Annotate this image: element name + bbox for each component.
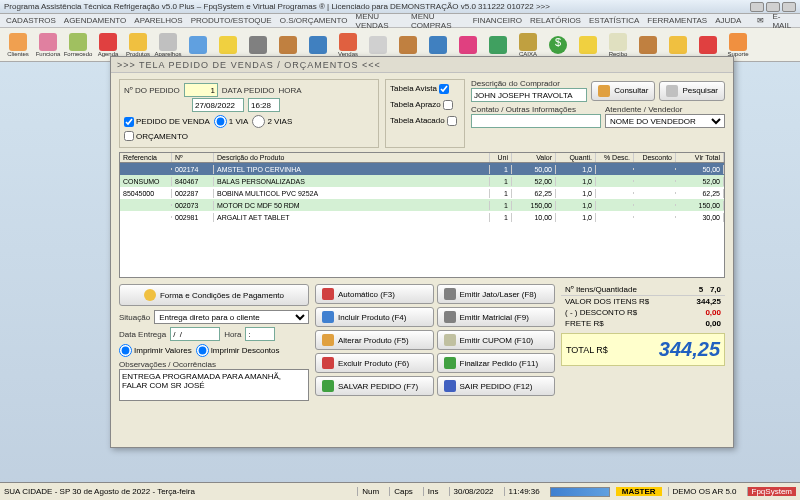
menu-item[interactable]: E-MAIL	[772, 12, 794, 30]
tb-suporte[interactable]: Suporte	[724, 30, 752, 60]
menu-item[interactable]: APARELHOS	[134, 16, 182, 25]
menu-item[interactable]: RELATÓRIOS	[530, 16, 581, 25]
tabela-atacado-check[interactable]: Tabela Atacado	[390, 116, 457, 126]
tb-btn[interactable]	[424, 30, 452, 60]
table-row[interactable]: 002981ARGALIT AET TABLET110,001,030,00	[120, 211, 724, 223]
menu-item[interactable]: MENU VENDAS	[356, 12, 403, 30]
tb-aparelhos[interactable]: Aparelhos	[154, 30, 182, 60]
tb-recibo[interactable]: Recibo	[604, 30, 632, 60]
dialog-title: >>> TELA PEDIDO DE VENDAS / ORÇAMENTOS <…	[111, 57, 733, 73]
atendente-select[interactable]: NOME DO VENDEDOR	[605, 114, 725, 128]
tb-agenda[interactable]: Agenda	[94, 30, 122, 60]
cupom-button[interactable]: Emitir CUPOM (F10)	[437, 330, 556, 350]
grid-header: ReferenciaNºDescrição do ProdutoUniValor…	[120, 153, 724, 163]
products-grid[interactable]: ReferenciaNºDescrição do ProdutoUniValor…	[119, 152, 725, 278]
menu-item[interactable]: PRODUTO/ESTOQUE	[191, 16, 272, 25]
window-title: Programa Assistência Técnica Refrigeraçã…	[4, 2, 550, 11]
data-pedido-label: DATA PEDIDO	[222, 86, 275, 95]
comprador-label: Descrição do Comprador	[471, 79, 587, 88]
matricial-button[interactable]: Emitir Matricial (F9)	[437, 307, 556, 327]
menu-item[interactable]: O.S/ORÇAMENTO	[280, 16, 348, 25]
sair-button[interactable]: SAIR PEDIDO (F12)	[437, 376, 556, 396]
comprador-input[interactable]	[471, 88, 587, 102]
tb-produtos[interactable]: Produtos	[124, 30, 152, 60]
tb-vendas[interactable]: Vendas	[334, 30, 362, 60]
excluir-button[interactable]: Excluir Produto (F6)	[315, 353, 434, 373]
incluir-button[interactable]: Incluir Produto (F4)	[315, 307, 434, 327]
tb-funciona[interactable]: Funciona	[34, 30, 62, 60]
alterar-button[interactable]: Alterar Produto (F5)	[315, 330, 434, 350]
total-display: TOTAL R$ 344,25	[561, 333, 725, 366]
finalizar-button[interactable]: Finalizar Pedido (F11)	[437, 353, 556, 373]
table-row[interactable]: 002174AMSTEL TIPO CERVINHA150,001,050,00	[120, 163, 724, 175]
tb-btn[interactable]	[364, 30, 392, 60]
tb-caixa[interactable]: CAIXA	[514, 30, 542, 60]
via2-radio[interactable]: 2 VIAS	[252, 115, 292, 128]
tb-btn[interactable]	[244, 30, 272, 60]
contato-label: Contato / Outras Informações	[471, 105, 601, 114]
menu-item[interactable]: MENU COMPRAS	[411, 12, 465, 30]
menubar: CADASTROS AGENDAMENTO APARELHOS PRODUTO/…	[0, 14, 800, 28]
pesquisar-button[interactable]: Pesquisar	[659, 81, 725, 101]
automatico-button[interactable]: Automático (F3)	[315, 284, 434, 304]
no-pedido-input[interactable]	[184, 83, 218, 97]
via1-radio[interactable]: 1 VIA	[214, 115, 249, 128]
atendente-label: Atendente / Vendedor	[605, 105, 725, 114]
tb-forneced[interactable]: Fornecedo	[64, 30, 92, 60]
observacoes-textarea[interactable]: ENTREGA PROGRAMADA PARA AMANHÃ, FALAR CO…	[119, 369, 309, 401]
table-row[interactable]: 85045000002287BOBINA MULTICOL PVC 9252A1…	[120, 187, 724, 199]
hora-input[interactable]	[248, 98, 280, 112]
close-button[interactable]	[782, 2, 796, 12]
salvar-button[interactable]: SALVAR PEDIDO (F7)	[315, 376, 434, 396]
maximize-button[interactable]	[766, 2, 780, 12]
consultar-button[interactable]: Consultar	[591, 81, 655, 101]
statusbar: SUA CIDADE - SP 30 de Agosto de 2022 - T…	[0, 482, 800, 500]
tb-btn[interactable]: $	[544, 30, 572, 60]
tb-btn[interactable]	[454, 30, 482, 60]
table-row[interactable]: 002073MOTOR DC MDF 50 RDM1150,001,0150,0…	[120, 199, 724, 211]
tb-btn[interactable]	[274, 30, 302, 60]
menu-item[interactable]: FERRAMENTAS	[647, 16, 707, 25]
tb-btn[interactable]	[304, 30, 332, 60]
situacao-select[interactable]: Entrega direto para o cliente	[154, 310, 309, 324]
tb-btn[interactable]	[214, 30, 242, 60]
contato-input[interactable]	[471, 114, 601, 128]
menu-item[interactable]: CADASTROS	[6, 16, 56, 25]
menu-item[interactable]: AJUDA	[715, 16, 741, 25]
hora-entrega-input[interactable]	[245, 327, 275, 341]
no-pedido-label: Nº DO PEDIDO	[124, 86, 180, 95]
tb-btn[interactable]	[184, 30, 212, 60]
imp-valores-radio[interactable]: Imprimir Valores	[119, 344, 192, 357]
window-controls	[750, 2, 796, 12]
menu-item[interactable]: ESTATÍSTICA	[589, 16, 639, 25]
tabela-avista-check[interactable]: Tabela Avista	[390, 84, 449, 94]
data-pedido-input[interactable]	[192, 98, 244, 112]
forma-pagamento-button[interactable]: Forma e Condições de Pagamento	[119, 284, 309, 306]
data-entrega-input[interactable]	[170, 327, 220, 341]
tb-btn[interactable]	[634, 30, 662, 60]
tb-btn[interactable]	[394, 30, 422, 60]
tabela-aprazo-check[interactable]: Tabela Aprazo	[390, 100, 453, 110]
minimize-button[interactable]	[750, 2, 764, 12]
order-dialog: >>> TELA PEDIDO DE VENDAS / ORÇAMENTOS <…	[110, 56, 734, 448]
jato-button[interactable]: Emitir Jato/Laser (F8)	[437, 284, 556, 304]
imp-desc-radio[interactable]: Imprimir Descontos	[196, 344, 280, 357]
tb-btn[interactable]	[574, 30, 602, 60]
tb-clientes[interactable]: Clientes	[4, 30, 32, 60]
menu-item[interactable]: FINANCEIRO	[473, 16, 522, 25]
table-row[interactable]: CONSUMO840467BALAS PERSONALIZADAS152,001…	[120, 175, 724, 187]
tb-btn[interactable]	[484, 30, 512, 60]
pedido-venda-check[interactable]: PEDIDO DE VENDA	[124, 117, 210, 127]
tb-btn[interactable]	[664, 30, 692, 60]
hora-label: HORA	[278, 86, 301, 95]
menu-item[interactable]: AGENDAMENTO	[64, 16, 127, 25]
orcamento-check[interactable]: ORÇAMENTO	[124, 131, 188, 141]
tb-btn[interactable]	[694, 30, 722, 60]
